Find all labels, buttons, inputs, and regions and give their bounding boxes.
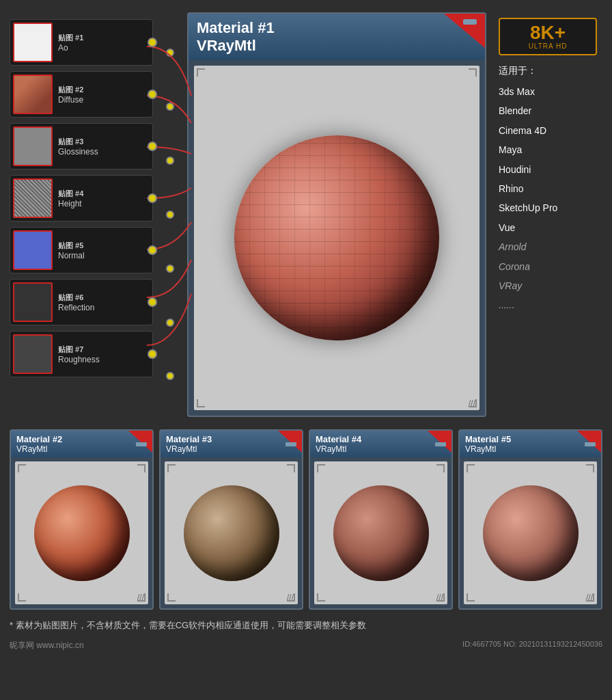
preview-dots: /// xyxy=(469,399,475,408)
node-roughness-thumbnail xyxy=(13,334,53,374)
variant-2-title: Material #2 xyxy=(16,434,62,444)
node-glossiness-name: Glossiness xyxy=(58,147,150,157)
footer-note-text: * 素材为贴图图片，不含材质文件，需要在CG软件内相应通道使用，可能需要调整相关… xyxy=(10,619,602,632)
variant-5-type: VRayMtl xyxy=(465,444,511,454)
v4-corner-tl xyxy=(317,464,325,472)
compat-corona: Corona xyxy=(499,259,597,274)
variant-2-header: Material #2 VRayMtl xyxy=(11,431,152,457)
variants-section: Material #2 VRayMtl /// Material #3 VRay… xyxy=(0,424,612,615)
node-roughness-name: Roughness xyxy=(58,355,150,364)
v2-corner-bl xyxy=(18,593,26,602)
mid-connector-7 xyxy=(166,372,174,380)
node-diffuse-connector[interactable] xyxy=(148,90,157,99)
v4-dots: /// xyxy=(436,593,443,602)
material-title: Material #1 xyxy=(197,19,275,37)
variant-3-btn[interactable] xyxy=(286,442,296,446)
node-height-number: 贴图 #4 xyxy=(58,189,150,199)
node-reflection-name: Reflection xyxy=(58,303,150,312)
v3-corner-bl xyxy=(167,593,176,602)
node-normal-name: Normal xyxy=(58,251,150,260)
corner-bl xyxy=(197,399,205,407)
node-ao-connector[interactable] xyxy=(148,38,157,47)
variant-5-window: Material #5 VRayMtl /// xyxy=(458,429,602,610)
v2-corner-tl xyxy=(18,464,26,472)
mid-connector-1 xyxy=(166,49,174,57)
variant-5-preview: /// xyxy=(464,461,597,604)
node-glossiness-info: 贴图 #3 Glossiness xyxy=(55,135,152,158)
variant-5-header: Material #5 VRayMtl xyxy=(460,431,601,457)
corner-tl xyxy=(197,68,205,77)
compat-arnold: Arnold xyxy=(499,239,597,254)
node-roughness-number: 贴图 #7 xyxy=(58,345,150,355)
compat-rhino: Rhino xyxy=(499,181,597,196)
sphere-variant-2 xyxy=(34,485,130,581)
sphere-variant-3 xyxy=(184,485,279,581)
node-ao-thumbnail xyxy=(13,23,53,62)
variant-3-header: Material #3 VRayMtl xyxy=(161,431,302,457)
variant-4-title-block: Material #4 VRayMtl xyxy=(316,434,361,454)
variant-3-window: Material #3 VRayMtl /// xyxy=(159,429,303,610)
variant-4-preview: /// xyxy=(314,461,447,604)
node-glossiness-thumbnail xyxy=(13,126,53,166)
compat-vue: Vue xyxy=(499,220,597,235)
badge-sub: ULTRA HD xyxy=(505,42,590,50)
v4-corner-tr xyxy=(436,464,445,472)
variant-2-title-block: Material #2 VRayMtl xyxy=(16,434,62,454)
compat-maya: Maya xyxy=(499,142,597,157)
node-height: 贴图 #4 Height xyxy=(10,175,153,221)
node-normal-number: 贴图 #5 xyxy=(58,241,150,251)
node-roughness-connector[interactable] xyxy=(148,349,157,359)
compat-others: ...... xyxy=(499,297,597,312)
v5-corner-bl xyxy=(467,593,475,602)
badge-main: 8K+ xyxy=(505,23,590,42)
variant-4-window: Material #4 VRayMtl /// xyxy=(309,429,453,610)
v3-corner-tr xyxy=(287,464,295,472)
node-ao-name: Ao xyxy=(58,43,150,53)
node-diffuse-name: Diffuse xyxy=(58,95,150,105)
node-normal-connector[interactable] xyxy=(148,245,157,255)
mid-connector-6 xyxy=(166,319,174,327)
variant-4-title: Material #4 xyxy=(316,434,361,444)
mid-connector-4 xyxy=(166,211,174,219)
v5-corner-tr xyxy=(586,464,594,472)
compat-sketchup: SketchUp Pro xyxy=(499,200,597,215)
v3-dots: /// xyxy=(287,593,294,602)
variant-3-title: Material #3 xyxy=(166,434,212,444)
node-ao: 贴图 #1 Ao xyxy=(10,19,153,66)
material-preview-area: /// xyxy=(194,66,479,410)
node-diffuse-thumbnail xyxy=(13,75,53,114)
watermark: 昵享网 www.nipic.cn ID:4667705 NO: 20210131… xyxy=(0,637,612,654)
node-reflection-number: 贴图 #6 xyxy=(58,293,150,303)
node-glossiness-connector[interactable] xyxy=(148,142,157,151)
node-height-connector[interactable] xyxy=(148,193,157,203)
variant-3-title-block: Material #3 VRayMtl xyxy=(166,434,212,454)
node-roughness-info: 贴图 #7 Roughness xyxy=(55,343,152,366)
variant-2-btn[interactable] xyxy=(136,442,147,446)
top-section: 贴图 #1 Ao 贴图 #2 Diffuse 贴图 #3 Glossiness xyxy=(0,0,612,424)
variant-5-title-block: Material #5 VRayMtl xyxy=(465,434,511,454)
material-title-block: Material #1 VRayMtl xyxy=(197,19,275,55)
variant-5-btn[interactable] xyxy=(585,442,596,446)
sphere-variant-5 xyxy=(483,485,579,581)
material-preview-panel: Material #1 VRayMtl /// xyxy=(187,12,486,417)
info-panel: 8K+ ULTRA HD 适用于： 3ds Max Blender Cinema… xyxy=(493,12,602,417)
material-window-header: Material #1 VRayMtl xyxy=(189,14,485,60)
variant-4-btn[interactable] xyxy=(435,442,446,446)
variant-5-title: Material #5 xyxy=(465,434,511,444)
window-controls xyxy=(463,19,477,25)
node-height-info: 贴图 #4 Height xyxy=(55,187,152,210)
sphere-variant-4 xyxy=(333,485,429,581)
node-normal-thumbnail xyxy=(13,230,53,270)
node-reflection: 贴图 #6 Reflection xyxy=(10,279,153,325)
node-normal-info: 贴图 #5 Normal xyxy=(55,239,152,262)
node-reflection-connector[interactable] xyxy=(148,297,157,307)
compat-houdini: Houdini xyxy=(499,162,597,177)
watermark-left: 昵享网 www.nipic.cn xyxy=(10,640,84,651)
node-ao-number: 贴图 #1 xyxy=(58,33,150,43)
node-normal: 贴图 #5 Normal xyxy=(10,227,153,273)
minimize-button[interactable] xyxy=(463,19,477,25)
node-glossiness: 贴图 #3 Glossiness xyxy=(10,123,153,170)
v4-corner-bl xyxy=(317,593,325,602)
variant-2-window: Material #2 VRayMtl /// xyxy=(10,429,154,610)
node-diffuse-number: 贴图 #2 xyxy=(58,85,150,95)
